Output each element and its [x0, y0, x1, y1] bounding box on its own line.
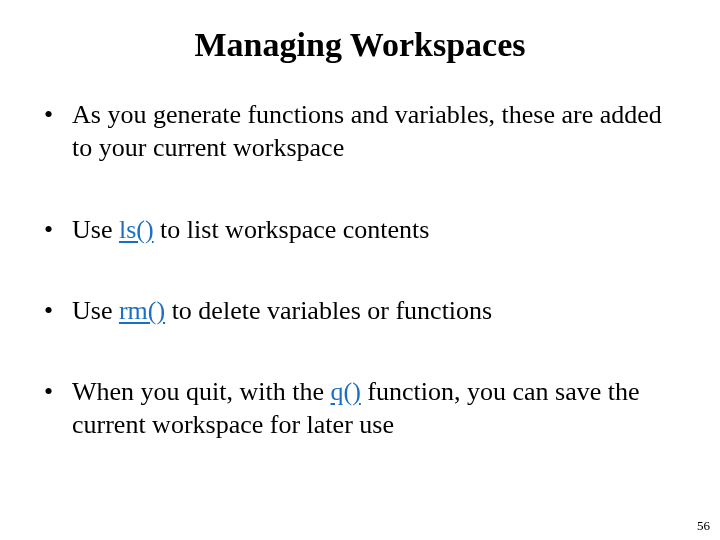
- bullet-text: As you generate functions and variables,…: [72, 100, 662, 162]
- slide-title: Managing Workspaces: [42, 26, 678, 64]
- list-item: Use rm() to delete variables or function…: [42, 294, 678, 327]
- list-item: As you generate functions and variables,…: [42, 98, 678, 165]
- list-item: Use ls() to list workspace contents: [42, 213, 678, 246]
- bullet-text-post: to delete variables or functions: [165, 296, 492, 325]
- bullet-text-pre: Use: [72, 296, 119, 325]
- bullet-text-pre: When you quit, with the: [72, 377, 331, 406]
- fn-ls: ls(): [119, 215, 154, 244]
- slide: Managing Workspaces As you generate func…: [0, 0, 720, 540]
- bullet-list: As you generate functions and variables,…: [42, 98, 678, 442]
- page-number: 56: [697, 518, 710, 534]
- bullet-text-pre: Use: [72, 215, 119, 244]
- fn-q: q(): [331, 377, 361, 406]
- bullet-text-post: to list workspace contents: [154, 215, 430, 244]
- fn-rm: rm(): [119, 296, 165, 325]
- list-item: When you quit, with the q() function, yo…: [42, 375, 678, 442]
